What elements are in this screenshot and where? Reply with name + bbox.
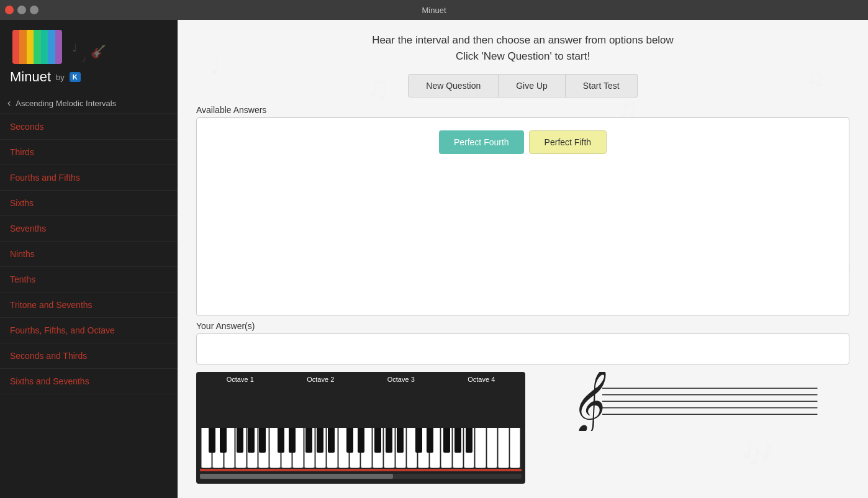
- piano-key-white[interactable]: [510, 428, 520, 468]
- piano-key-white[interactable]: [338, 428, 349, 468]
- content-area: Hear the interval and then choose an ans…: [178, 20, 868, 498]
- piano-key-white[interactable]: [441, 428, 451, 468]
- piano-key-white[interactable]: [384, 428, 394, 468]
- your-answers-box: [196, 333, 849, 364]
- app-logo: [12, 30, 62, 64]
- piano-key-white[interactable]: [224, 428, 235, 468]
- sidebar-item-fourths-fifths-octave[interactable]: Fourths, Fifths, and Octave: [0, 318, 178, 343]
- start-test-button[interactable]: Start Test: [566, 74, 638, 97]
- piano-key-white[interactable]: [498, 428, 509, 468]
- sidebar-item-seconds[interactable]: Seconds: [0, 114, 178, 140]
- octave4-label: Octave 4: [441, 376, 522, 383]
- piano-keys[interactable]: [200, 428, 522, 468]
- sidebar-item-fourths-fifths[interactable]: Fourths and Fifths: [0, 165, 178, 191]
- kde-badge: K: [70, 72, 81, 82]
- bottom-area: Octave 1 Octave 2 Octave 3 Octave 4: [196, 372, 849, 484]
- available-answers-label: Available Answers: [196, 105, 849, 115]
- sidebar-item-tritone-sevenths[interactable]: Tritone and Sevenths: [0, 292, 178, 318]
- answer-perfect-fourth[interactable]: Perfect Fourth: [439, 130, 524, 154]
- answers-box: Perfect Fourth Perfect Fifth: [196, 117, 849, 316]
- piano-indicator-bar: [200, 469, 522, 471]
- piano-key-white[interactable]: [487, 428, 497, 468]
- piano-key-white[interactable]: [475, 428, 486, 468]
- svg-text:𝄞: 𝄞: [570, 372, 606, 431]
- piano-key-white[interactable]: [315, 428, 326, 468]
- piano-key-white[interactable]: [304, 428, 315, 468]
- answer-buttons: Perfect Fourth Perfect Fifth: [209, 130, 836, 154]
- piano-keyboard: Octave 1 Octave 2 Octave 3 Octave 4: [196, 372, 525, 484]
- app-name: Minuet: [10, 69, 51, 85]
- available-answers-section: Available Answers Perfect Fourth Perfect…: [196, 105, 849, 316]
- piano-key-white[interactable]: [407, 428, 417, 468]
- piano-key-white[interactable]: [281, 428, 292, 468]
- piano-key-white[interactable]: [292, 428, 303, 468]
- octave1-label: Octave 1: [200, 376, 281, 383]
- piano-key-white[interactable]: [430, 428, 440, 468]
- octave2-label: Octave 2: [281, 376, 361, 383]
- piano-key-white[interactable]: [350, 428, 360, 468]
- piano-scrollbar-thumb[interactable]: [200, 474, 393, 479]
- window-title: Minuet: [422, 6, 446, 15]
- piano-key-white[interactable]: [453, 428, 463, 468]
- back-arrow-icon: ‹: [7, 97, 11, 109]
- piano-key-white[interactable]: [258, 428, 269, 468]
- piano-key-white[interactable]: [361, 428, 371, 468]
- piano-key-white[interactable]: [373, 428, 383, 468]
- maximize-button[interactable]: [30, 6, 38, 14]
- sidebar-item-tenths[interactable]: Tenths: [0, 267, 178, 292]
- sidebar: ♩ ♪ 🎸 Minuet by K ‹ Ascending Melodic In…: [0, 20, 178, 498]
- sidebar-header: ♩ ♪ 🎸 Minuet by K: [0, 20, 178, 93]
- main-content: ♩ ♪ ♫ ♩ ♬ ♪ ♫ ♬ ♩ ♪ ♫ ♬ ♩ ♪ ♫ ♬ ♩ ♪ 🎸: [178, 20, 868, 498]
- piano-key-white[interactable]: [327, 428, 337, 468]
- piano-key-white[interactable]: [235, 428, 246, 468]
- nav-header[interactable]: ‹ Ascending Melodic Intervals: [0, 93, 178, 114]
- piano-key-white[interactable]: [247, 428, 258, 468]
- sidebar-item-ninths[interactable]: Ninths: [0, 242, 178, 267]
- answer-perfect-fifth[interactable]: Perfect Fifth: [529, 130, 607, 154]
- minimize-button[interactable]: [17, 6, 26, 14]
- octave-labels: Octave 1 Octave 2 Octave 3 Octave 4: [200, 376, 522, 383]
- sidebar-item-sevenths[interactable]: Sevenths: [0, 216, 178, 242]
- piano-key-white[interactable]: [201, 428, 212, 468]
- piano-keys-svg[interactable]: [200, 385, 522, 425]
- sidebar-item-thirds[interactable]: Thirds: [0, 140, 178, 165]
- your-answers-section: Your Answer(s): [196, 321, 849, 364]
- give-up-button[interactable]: Give Up: [499, 74, 566, 97]
- close-button[interactable]: [5, 6, 14, 14]
- new-question-button[interactable]: New Question: [408, 74, 499, 97]
- piano-key-white[interactable]: [212, 428, 223, 468]
- titlebar: Minuet: [0, 0, 868, 20]
- octave3-label: Octave 3: [361, 376, 441, 383]
- nav-header-label: Ascending Melodic Intervals: [16, 99, 116, 108]
- piano-key-white[interactable]: [418, 428, 428, 468]
- toolbar: New Question Give Up Start Test: [196, 74, 849, 97]
- app-title-area: Minuet by K: [10, 69, 173, 85]
- your-answers-label: Your Answer(s): [196, 321, 849, 331]
- instruction-line1: Hear the interval and then choose an ans…: [196, 32, 849, 48]
- piano-key-white[interactable]: [269, 428, 280, 468]
- staff-svg: 𝄞: [563, 372, 824, 431]
- app-body: ♩ ♪ 🎸 Minuet by K ‹ Ascending Melodic In…: [0, 20, 868, 498]
- instruction-block: Hear the interval and then choose an ans…: [196, 32, 849, 64]
- sidebar-item-seconds-thirds[interactable]: Seconds and Thirds: [0, 343, 178, 369]
- titlebar-buttons: [5, 6, 38, 14]
- staff-notation: 𝄞: [538, 372, 849, 431]
- piano-scrollbar[interactable]: [200, 474, 522, 479]
- by-label: by: [56, 73, 65, 82]
- instruction-line2: Click 'New Question' to start!: [196, 48, 849, 65]
- sidebar-item-sixths[interactable]: Sixths: [0, 191, 178, 216]
- piano-key-white[interactable]: [464, 428, 474, 468]
- sidebar-item-sixths-sevenths[interactable]: Sixths and Sevenths: [0, 369, 178, 394]
- piano-key-white[interactable]: [396, 428, 406, 468]
